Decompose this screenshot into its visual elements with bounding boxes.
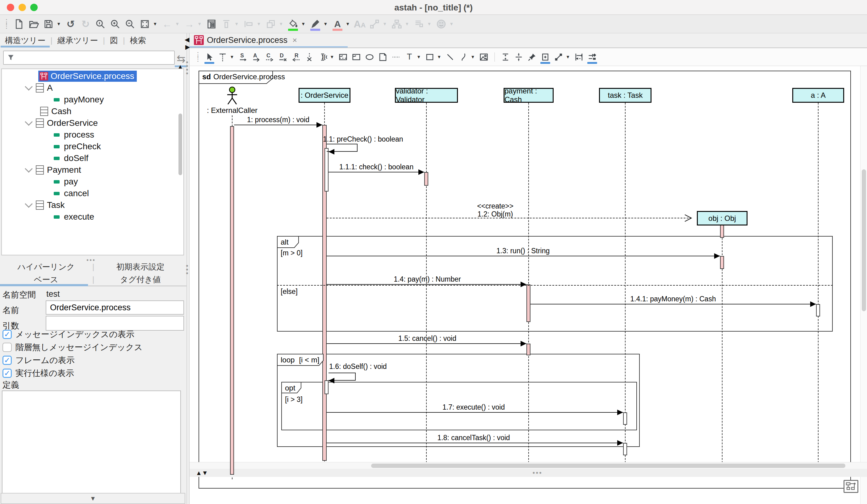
canvas-vscrollbar-thumb[interactable] bbox=[862, 169, 866, 311]
tab-search[interactable]: 検索 bbox=[125, 33, 151, 47]
chevron-down-icon[interactable] bbox=[25, 83, 32, 90]
tree-item[interactable]: OrderService.process bbox=[38, 70, 137, 82]
checkbox-row[interactable]: ✓メッセージインデックスの表示 bbox=[2, 329, 134, 340]
activation-precheck[interactable] bbox=[324, 148, 329, 191]
list-view-dropdown[interactable]: ▾ bbox=[428, 21, 432, 27]
tree-item[interactable]: payMoney bbox=[54, 94, 104, 106]
connector-tool-icon[interactable] bbox=[553, 51, 564, 63]
zoom-in-icon[interactable] bbox=[109, 18, 121, 30]
forward-dropdown[interactable]: ▾ bbox=[198, 21, 203, 27]
definition-textarea[interactable] bbox=[2, 391, 181, 504]
checkbox-row[interactable]: ✓実行仕様の表示 bbox=[2, 368, 74, 379]
tree-filter-input[interactable] bbox=[15, 53, 174, 63]
tab-base[interactable]: ベース bbox=[0, 273, 92, 286]
alt-fragment-label[interactable]: alt bbox=[277, 236, 299, 250]
message-label[interactable]: 1.1: preCheck() : boolean bbox=[323, 135, 403, 143]
canvas-hscrollbar-thumb[interactable] bbox=[371, 463, 845, 468]
message-label[interactable]: 1.7: execute() : void bbox=[381, 403, 566, 412]
duration-tool-icon[interactable]: {d} bbox=[318, 51, 328, 63]
checkbox-row[interactable]: ✓フレームの表示 bbox=[2, 355, 75, 366]
message-line-canceltask[interactable] bbox=[327, 442, 623, 443]
duration-tool-dropdown[interactable]: ▾ bbox=[331, 54, 335, 60]
message-label[interactable]: 1.1.1: check() : boolean bbox=[329, 163, 424, 171]
activation-externalcaller[interactable] bbox=[230, 126, 234, 475]
checkbox-checked-icon[interactable]: ✓ bbox=[2, 330, 12, 339]
lifeline-tool-dropdown[interactable]: ▾ bbox=[231, 54, 235, 60]
message-line-paymoney[interactable] bbox=[531, 304, 816, 305]
emoji-icon[interactable] bbox=[435, 18, 447, 30]
message-label[interactable]: 1.4: pay(m) : Number bbox=[344, 275, 511, 284]
select-tool-icon[interactable] bbox=[204, 51, 215, 63]
tab-close-icon[interactable]: × bbox=[292, 35, 297, 45]
tree-scrollbar[interactable] bbox=[179, 113, 182, 175]
diagram-overview-icon[interactable] bbox=[844, 480, 858, 493]
zoom-out-icon[interactable] bbox=[124, 18, 136, 30]
tree-item[interactable]: execute bbox=[54, 211, 94, 223]
forward-icon[interactable]: → bbox=[183, 18, 195, 30]
adjust-width-tool-icon[interactable] bbox=[574, 51, 584, 63]
line-color-dropdown[interactable]: ▾ bbox=[324, 21, 329, 27]
line-tool-icon[interactable] bbox=[445, 51, 456, 63]
activation-a-paymoney[interactable] bbox=[816, 304, 820, 317]
actor-icon[interactable] bbox=[225, 86, 239, 106]
oval-tool-icon[interactable] bbox=[364, 51, 375, 63]
tree-item[interactable]: Task bbox=[26, 199, 65, 211]
stop-tool-icon[interactable] bbox=[304, 51, 314, 63]
align-horizontal-icon[interactable] bbox=[243, 18, 254, 30]
chevron-down-icon[interactable] bbox=[25, 200, 32, 208]
lifeline-tool-icon[interactable] bbox=[217, 51, 228, 63]
tree-filter-box[interactable] bbox=[3, 51, 175, 65]
curve-tool-dropdown[interactable]: ▾ bbox=[471, 54, 476, 60]
message-label[interactable]: 1.5: cancel() : void bbox=[344, 335, 511, 343]
diagram-tab[interactable]: OrderService.process × bbox=[194, 35, 297, 45]
activation-obj-create[interactable] bbox=[720, 225, 724, 238]
connector-dropdown[interactable]: ▾ bbox=[384, 21, 388, 27]
back-dropdown[interactable]: ▾ bbox=[176, 21, 180, 27]
back-icon[interactable]: ← bbox=[161, 18, 173, 30]
activation-task-execute[interactable] bbox=[623, 413, 627, 425]
tree-item[interactable]: preCheck bbox=[54, 141, 101, 152]
fit-dropdown[interactable]: ▾ bbox=[154, 21, 158, 27]
async-message-tool-icon[interactable]: A bbox=[251, 51, 261, 63]
chevron-down-icon[interactable] bbox=[25, 118, 32, 125]
message-label[interactable]: 1.4.1: payMoney(m) : Cash bbox=[580, 295, 766, 303]
tree-item[interactable]: cancel bbox=[54, 187, 89, 199]
tab-diagram[interactable]: 図 bbox=[105, 33, 123, 47]
text-tool-icon[interactable]: T bbox=[404, 51, 415, 63]
chevron-down-icon[interactable] bbox=[25, 165, 32, 173]
pin-tool-icon[interactable] bbox=[527, 51, 537, 63]
message-label[interactable]: 1.3: run() : String bbox=[430, 247, 616, 255]
rect-tool-dropdown[interactable]: ▾ bbox=[438, 54, 442, 60]
checkbox-checked-icon[interactable]: ✓ bbox=[2, 355, 12, 365]
undo-icon[interactable]: ↺ bbox=[65, 18, 77, 30]
save-dropdown[interactable]: ▾ bbox=[57, 21, 62, 27]
diagram-toolbar-handle[interactable]: ⋮⋮ bbox=[194, 53, 201, 61]
tree-item[interactable]: A bbox=[26, 82, 53, 94]
layer-order-icon[interactable] bbox=[265, 18, 277, 30]
font-color-icon[interactable]: A bbox=[332, 18, 343, 30]
activation-payment-pay[interactable] bbox=[526, 284, 531, 322]
message-line-run[interactable] bbox=[327, 256, 720, 256]
checkbox-row[interactable]: 階層無しメッセージインデックス bbox=[2, 342, 143, 353]
save-icon[interactable] bbox=[43, 18, 54, 30]
layer-order-dropdown[interactable]: ▾ bbox=[280, 21, 284, 27]
font-color-dropdown[interactable]: ▾ bbox=[346, 21, 351, 27]
interaction-use-tool-icon[interactable] bbox=[351, 51, 362, 63]
message-stereotype[interactable]: <<create>> bbox=[461, 202, 529, 210]
redo-icon[interactable]: ↻ bbox=[80, 18, 92, 30]
compress-vertical-icon[interactable] bbox=[513, 51, 524, 63]
curve-tool-icon[interactable] bbox=[458, 51, 469, 63]
activation-obj-run[interactable] bbox=[720, 256, 724, 269]
align-horizontal-dropdown[interactable]: ▾ bbox=[257, 21, 262, 27]
rect-tool-icon[interactable] bbox=[425, 51, 435, 63]
panel-collapse-bar[interactable]: ▼ bbox=[1, 493, 185, 504]
diagram-map-icon[interactable] bbox=[206, 18, 217, 30]
bottom-resize-handle[interactable]: ••• bbox=[533, 469, 543, 477]
lifeline-head-orderservice[interactable]: : OrderService bbox=[299, 88, 351, 103]
tab-structure-tree[interactable]: 構造ツリー bbox=[0, 33, 50, 47]
loop-fragment-label[interactable]: loop[i < m] bbox=[277, 354, 324, 368]
new-file-icon[interactable] bbox=[13, 18, 25, 30]
text-tool-dropdown[interactable]: ▾ bbox=[417, 54, 422, 60]
activation-validator[interactable] bbox=[424, 172, 428, 186]
message-line-process[interactable] bbox=[234, 124, 322, 125]
